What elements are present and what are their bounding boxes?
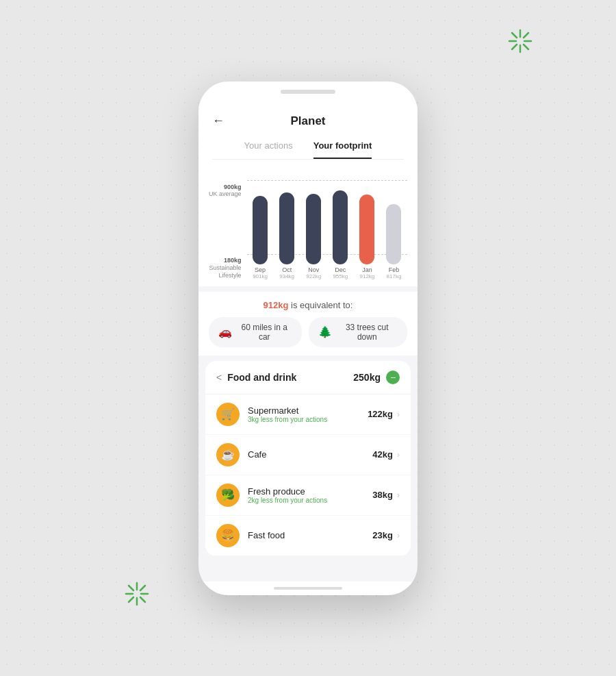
supermarket-info: Supermarket 3kg less from your actions [248, 405, 368, 423]
bar-label-nov: Nov 922kg [306, 266, 321, 279]
food-category: Food and drink [227, 372, 353, 383]
equivalent-section: 912kg is equivalent to: 🚗 60 miles in a … [198, 292, 418, 355]
car-label: 60 miles in a car [236, 323, 292, 342]
food-header[interactable]: < Food and drink 250kg − [205, 361, 411, 395]
supermarket-weight: 122kg [368, 409, 393, 419]
weight-sep: 901kg [253, 273, 268, 279]
bar-feb-bar [386, 204, 401, 264]
cafe-icon: ☕ [216, 443, 240, 466]
chart-bars-wrapper: Sep 901kg Oct 934kg Nov 922kg Dec [247, 180, 407, 279]
dashed-line-top [247, 180, 407, 181]
tree-icon: 🌲 [318, 325, 332, 338]
fastfood-info: Fast food [248, 530, 372, 540]
nav-row: ← Planet [212, 109, 404, 134]
bar-sep-bar [253, 196, 268, 264]
food-total-weight: 250kg [353, 372, 381, 383]
fastfood-name: Fast food [248, 530, 372, 540]
minus-button[interactable]: − [386, 371, 400, 384]
chart-area: 900kg UK average 180kg Sustainable Lifes… [198, 160, 418, 286]
weight-oct: 934kg [279, 273, 294, 279]
fastfood-chevron: › [397, 531, 400, 540]
bar-feb [386, 204, 401, 264]
phone-frame: ← Planet Your actions Your footprint 900… [198, 82, 418, 595]
fresh-icon: 🥦 [216, 484, 240, 507]
bar-dec-bar [333, 190, 348, 264]
trees-label: 33 trees cut down [336, 323, 398, 342]
svg-line-13 [140, 597, 145, 602]
cafe-chevron: › [397, 450, 400, 460]
bar-label-sep: Sep 901kg [253, 266, 268, 279]
chart-y-labels: 900kg UK average 180kg Sustainable Lifes… [209, 184, 242, 279]
sparkle-decoration-top [506, 27, 534, 55]
back-button[interactable]: ← [212, 114, 224, 128]
y-label-bottom: 180kg Sustainable Lifestyle [209, 257, 242, 279]
svg-line-7 [512, 45, 517, 49]
supermarket-action: 3kg less from your actions [248, 416, 368, 423]
sparkle-decoration-bottom [123, 580, 151, 608]
phone-screen: ← Planet Your actions Your footprint 900… [198, 102, 418, 581]
fresh-name: Fresh produce [248, 486, 372, 497]
food-item-supermarket[interactable]: 🛒 Supermarket 3kg less from your actions… [205, 395, 411, 435]
weight-jan: 912kg [359, 273, 374, 279]
svg-line-12 [129, 586, 133, 590]
equiv-card-car: 🚗 60 miles in a car [209, 317, 302, 347]
weight-dec: 955kg [333, 273, 348, 279]
fastfood-icon: 🍔 [216, 524, 240, 547]
food-item-fastfood[interactable]: 🍔 Fast food 23kg › [205, 516, 411, 556]
cafe-info: Cafe [248, 449, 372, 460]
page-title: Planet [290, 114, 325, 128]
bar-oct-bar [279, 192, 294, 264]
notch-pill [281, 90, 335, 94]
bar-jan [359, 195, 374, 264]
equivalent-label: is equivalent to: [291, 300, 352, 310]
cards-row: 🚗 60 miles in a car 🌲 33 trees cut down [209, 317, 407, 347]
highlight-value: 912kg [264, 300, 289, 310]
supermarket-chevron: › [397, 410, 400, 419]
y-label-top: 900kg UK average [209, 184, 242, 199]
fresh-weight: 38kg [372, 490, 393, 500]
month-jan: Jan [362, 266, 372, 273]
bar-jan-bar [359, 195, 374, 264]
chart-container: 900kg UK average 180kg Sustainable Lifes… [209, 170, 407, 279]
chevron-left-icon: < [216, 372, 222, 383]
screen-header: ← Planet Your actions Your footprint [198, 102, 418, 160]
equiv-card-trees: 🌲 33 trees cut down [309, 317, 407, 347]
bar-label-feb: Feb 817kg [387, 266, 402, 279]
cafe-name: Cafe [248, 449, 372, 460]
svg-line-6 [524, 33, 528, 38]
fresh-action: 2kg less from your actions [248, 497, 372, 504]
phone-bottom-bar [198, 581, 418, 595]
weight-nov: 922kg [306, 273, 321, 279]
food-section: < Food and drink 250kg − 🛒 Supermarket 3… [205, 361, 411, 556]
food-item-cafe[interactable]: ☕ Cafe 42kg › [205, 435, 411, 475]
bar-nov [306, 194, 321, 264]
weight-feb: 817kg [387, 273, 402, 279]
svg-line-15 [129, 597, 133, 602]
fastfood-weight: 23kg [372, 530, 393, 540]
bar-label-oct: Oct 934kg [279, 266, 294, 279]
equivalent-text: 912kg is equivalent to: [209, 300, 407, 310]
bars-row [247, 184, 407, 264]
phone-notch [198, 82, 418, 102]
month-dec: Dec [335, 266, 346, 273]
cafe-weight: 42kg [372, 449, 393, 460]
month-feb: Feb [389, 266, 400, 273]
bar-label-jan: Jan 912kg [359, 266, 374, 279]
bar-sep [253, 196, 268, 264]
bar-oct [279, 192, 294, 264]
supermarket-icon: 🛒 [216, 403, 240, 426]
food-item-fresh[interactable]: 🥦 Fresh produce 2kg less from your actio… [205, 475, 411, 516]
bar-label-dec: Dec 955kg [333, 266, 348, 279]
tab-your-footprint[interactable]: Your footprint [313, 140, 372, 159]
car-icon: 🚗 [218, 325, 232, 338]
month-sep: Sep [255, 266, 266, 273]
bar-nov-bar [306, 194, 321, 264]
supermarket-name: Supermarket [248, 405, 368, 416]
fresh-chevron: › [397, 490, 400, 500]
tab-your-actions[interactable]: Your actions [244, 140, 293, 159]
svg-line-4 [512, 33, 517, 38]
fresh-info: Fresh produce 2kg less from your actions [248, 486, 372, 504]
tabs-row: Your actions Your footprint [212, 134, 404, 160]
bar-dec [333, 190, 348, 264]
month-oct: Oct [282, 266, 292, 273]
